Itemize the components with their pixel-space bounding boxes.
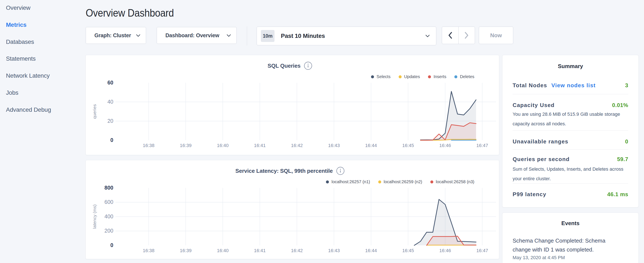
summary-row-value: 0 — [625, 138, 628, 145]
x-tick-label: 16:42 — [291, 248, 303, 253]
summary-card: Summary Total NodesView nodes list3Capac… — [502, 55, 639, 207]
summary-row-label: Queries per second — [512, 156, 570, 163]
chevron-down-icon — [426, 35, 430, 37]
y-tick-label: 20 — [107, 118, 113, 124]
event-message: Schema Change Completed: Schema change w… — [512, 236, 619, 254]
chevron-left-icon — [448, 32, 453, 39]
y-tick-label: 400 — [104, 213, 113, 219]
controls-divider — [247, 26, 247, 46]
y-axis-unit-label: latency (ms) — [92, 204, 97, 229]
sidebar-item-jobs[interactable]: Jobs — [6, 89, 18, 96]
y-tick-label: 40 — [107, 99, 113, 105]
x-tick-label: 16:41 — [254, 248, 266, 253]
summary-separator — [512, 149, 628, 150]
now-button[interactable]: Now — [479, 27, 513, 44]
x-tick-label: 16:47 — [476, 143, 488, 148]
x-tick-label: 16:42 — [291, 143, 303, 148]
summary-row-label: Unavailable ranges — [512, 138, 568, 145]
x-tick-label: 16:38 — [143, 248, 154, 253]
sidebar-item-databases[interactable]: Databases — [6, 39, 34, 45]
summary-row-label: Total NodesView nodes list — [512, 82, 596, 89]
x-tick-label: 16:44 — [365, 248, 377, 253]
chevron-down-icon — [136, 34, 140, 37]
chart-panel-service-latency: Service Latency: SQL, 99th percentileloc… — [86, 160, 499, 259]
x-tick-label: 16:43 — [328, 143, 340, 148]
time-window-badge: 10m — [261, 30, 274, 42]
y-tick-label: 60 — [107, 80, 113, 86]
chevron-right-icon — [464, 32, 469, 39]
y-tick-label: 0 — [110, 242, 113, 248]
summary-title: Summary — [502, 63, 638, 70]
time-window-label: Past 10 Minutes — [281, 33, 421, 39]
x-tick-label: 16:46 — [439, 143, 451, 148]
summary-row-value: 46.1 ms — [607, 191, 628, 198]
view-nodes-list-link[interactable]: View nodes list — [551, 82, 596, 89]
y-tick-label: 600 — [104, 199, 113, 205]
dashboard-dropdown[interactable]: Dashboard: Overview — [157, 27, 237, 44]
y-tick-label: 200 — [104, 228, 113, 234]
summary-separator — [512, 183, 628, 184]
sidebar-item-metrics[interactable]: Metrics — [6, 22, 26, 28]
x-tick-label: 16:39 — [180, 248, 192, 253]
sidebar-item-advanced-debug[interactable]: Advanced Debug — [6, 106, 51, 113]
x-tick-label: 16:46 — [439, 248, 451, 253]
y-axis-unit-label: queries — [92, 104, 97, 119]
x-tick-label: 16:40 — [217, 248, 228, 253]
y-tick-label: 800 — [104, 185, 113, 191]
x-tick-label: 16:40 — [217, 143, 228, 148]
time-window-select[interactable]: 10m Past 10 Minutes — [256, 27, 436, 45]
graph-dropdown-label: Graph: Cluster — [94, 32, 131, 39]
summary-row-value: 59.7 — [617, 156, 628, 163]
summary-separator — [512, 94, 628, 94]
chart-plot: 020406016:3816:3916:4016:4116:4216:4316:… — [86, 55, 500, 155]
chart-panel-sql-queries: SQL QueriesSelectsUpdatesInsertsDeletes0… — [86, 55, 499, 155]
sidebar-item-network-latency[interactable]: Network Latency — [6, 72, 50, 79]
events-title: Events — [502, 220, 638, 227]
sidebar-item-overview[interactable]: Overview — [6, 5, 30, 11]
x-tick-label: 16:44 — [365, 143, 377, 148]
summary-row-value: 0.01% — [612, 102, 628, 109]
y-tick-label: 0 — [110, 137, 113, 143]
x-tick-label: 16:43 — [328, 248, 340, 253]
next-time-button[interactable] — [458, 27, 475, 44]
time-step-buttons — [442, 27, 475, 44]
summary-row-value: 3 — [625, 82, 628, 89]
prev-time-button[interactable] — [442, 27, 458, 44]
x-tick-label: 16:39 — [180, 143, 192, 148]
x-tick-label: 16:47 — [476, 248, 488, 253]
x-tick-label: 16:41 — [254, 143, 266, 148]
summary-row-label: P99 latency — [512, 191, 546, 198]
sidebar: OverviewMetricsDatabasesStatementsNetwor… — [0, 0, 84, 263]
summary-row-description: Sum of Selects, Updates, Inserts, and De… — [512, 164, 629, 183]
event-timestamp[interactable]: May 13, 2020 at 4:45 PM — [512, 255, 565, 260]
graph-dropdown[interactable]: Graph: Cluster — [86, 27, 146, 44]
events-card: Events Schema Change Completed: Schema c… — [502, 212, 639, 263]
sidebar-item-statements[interactable]: Statements — [6, 55, 36, 62]
summary-separator — [512, 130, 628, 131]
chart-plot: 020040060080016:3816:3916:4016:4116:4216… — [86, 160, 500, 259]
chevron-down-icon — [227, 34, 231, 37]
dashboard-dropdown-label: Dashboard: Overview — [166, 32, 219, 39]
summary-row-label: Capacity Used — [512, 102, 554, 109]
page-title: Overview Dashboard — [86, 7, 174, 19]
summary-row-description: You are using 28.6 MiB of 515.9 GiB usab… — [512, 109, 629, 129]
x-tick-label: 16:38 — [143, 143, 154, 148]
x-tick-label: 16:45 — [402, 248, 414, 253]
x-tick-label: 16:45 — [402, 143, 414, 148]
